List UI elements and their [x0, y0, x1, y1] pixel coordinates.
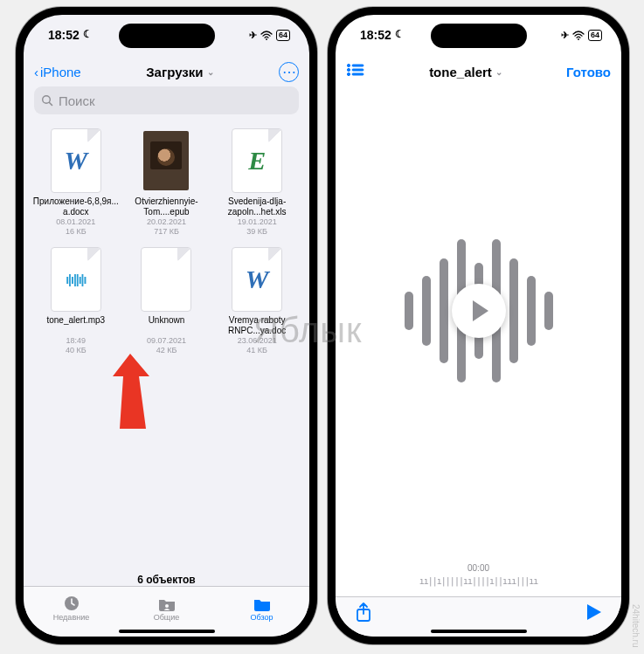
- playback-time: 00:00: [353, 563, 604, 573]
- wifi-icon: [260, 31, 273, 40]
- search-icon: [41, 94, 53, 107]
- battery-icon: 64: [588, 30, 602, 41]
- svg-point-7: [347, 64, 350, 66]
- search-input[interactable]: Поиск: [34, 86, 299, 114]
- file-date: 23.06.2021: [238, 336, 277, 346]
- svg-rect-8: [352, 65, 364, 66]
- svg-marker-23: [587, 604, 601, 620]
- back-button[interactable]: ‹ iPhone: [34, 65, 81, 79]
- tab-recent[interactable]: Недавние: [24, 587, 119, 630]
- svg-point-6: [578, 38, 579, 40]
- shared-folder-icon: [157, 595, 177, 612]
- svg-point-0: [266, 38, 267, 40]
- tab-shared[interactable]: Общие: [119, 587, 214, 630]
- share-button[interactable]: [355, 602, 372, 626]
- file-thumbnail: W: [232, 247, 282, 312]
- tab-recent-label: Недавние: [53, 613, 89, 622]
- home-indicator[interactable]: [119, 630, 215, 633]
- file-size: 16 КБ: [66, 227, 87, 237]
- file-title-text: tone_alert: [429, 65, 492, 79]
- file-thumbnail: W: [51, 128, 101, 193]
- dnd-moon-icon: ☾: [83, 28, 93, 40]
- tab-shared-label: Общие: [154, 613, 180, 622]
- file-item[interactable]: Otvierzhiennyie-Tom....epub20.02.2021717…: [123, 128, 211, 237]
- file-date: 08.01.2021: [56, 217, 95, 227]
- timeline-scrubber[interactable]: 00:00 ıı||ı|||||ıı||||ı||ııı|||ıı: [353, 563, 604, 586]
- dnd-moon-icon: ☾: [395, 28, 405, 40]
- file-name: Svedenija-dlja-zapoln...het.xls: [213, 196, 301, 217]
- file-name: Otvierzhiennyie-Tom....epub: [123, 196, 211, 217]
- item-count-label: 6 объектов: [24, 574, 309, 586]
- home-indicator[interactable]: [431, 630, 527, 633]
- file-size: 42 КБ: [156, 346, 177, 355]
- file-thumbnail: ı|ı||ı|ı: [51, 247, 101, 312]
- bottom-play-button[interactable]: [586, 603, 602, 624]
- svg-rect-10: [352, 69, 364, 71]
- svg-point-5: [165, 604, 169, 608]
- phone-files-app: 18:52 ☾ ✈ 64 ‹ iPhone Загрузки ⌄: [16, 7, 317, 644]
- book-cover-icon: [143, 131, 189, 190]
- file-name: Приложение-6,8,9я...a.docx: [32, 196, 120, 217]
- audio-preview-area: 00:00 ıı||ı|||||ıı||||ı||ııı|||ıı: [336, 86, 621, 596]
- file-title[interactable]: tone_alert ⌄: [429, 65, 502, 79]
- phone-audio-preview: 18:52 ☾ ✈ 64 tone_alert ⌄ Готово: [328, 7, 629, 644]
- file-item[interactable]: WПриложение-6,8,9я...a.docx08.01.202116 …: [32, 128, 120, 237]
- annotation-arrow-icon: [106, 354, 158, 432]
- chevron-down-icon: ⌄: [495, 67, 502, 77]
- play-icon: [473, 300, 488, 321]
- file-thumbnail: [141, 247, 191, 312]
- watermark-side: 24hitech.ru: [631, 604, 641, 647]
- dynamic-island: [431, 24, 527, 48]
- folder-title[interactable]: Загрузки ⌄: [146, 65, 213, 79]
- more-options-button[interactable]: ⋯: [279, 62, 299, 82]
- file-thumbnail: [141, 128, 191, 193]
- file-date: 09.07.2021: [147, 336, 186, 346]
- back-label: iPhone: [40, 65, 81, 79]
- svg-rect-12: [352, 73, 364, 75]
- tab-browse[interactable]: Обзор: [214, 587, 309, 630]
- tab-browse-label: Обзор: [251, 613, 274, 622]
- word-file-icon: W: [64, 146, 87, 176]
- clock-icon: [63, 595, 80, 612]
- file-grid: WПриложение-6,8,9я...a.docx08.01.202116 …: [24, 121, 309, 355]
- excel-file-icon: E: [248, 146, 266, 176]
- file-size: 717 КБ: [154, 227, 179, 237]
- play-button[interactable]: [452, 284, 506, 338]
- list-button[interactable]: [346, 63, 365, 80]
- svg-point-9: [347, 68, 350, 71]
- status-time: 18:52: [360, 28, 391, 42]
- file-item[interactable]: Unknown09.07.202142 КБ: [123, 247, 211, 355]
- dynamic-island: [119, 24, 215, 48]
- file-item[interactable]: WVremya raboty RNPC...ya.doc23.06.202141…: [213, 247, 301, 355]
- file-thumbnail: E: [232, 128, 282, 193]
- airplane-icon: ✈: [249, 30, 257, 41]
- file-date: 19.01.2021: [238, 217, 277, 227]
- status-time: 18:52: [48, 28, 80, 42]
- file-name: Vremya raboty RNPC...ya.doc: [213, 315, 301, 336]
- file-item[interactable]: ı|ı||ı|ıtone_alert.mp318:4940 КБ: [32, 247, 120, 355]
- file-date: 18:49: [66, 336, 87, 346]
- file-size: 41 КБ: [246, 346, 267, 355]
- svg-marker-3: [113, 354, 149, 429]
- file-name: Unknown: [149, 315, 185, 336]
- battery-icon: 64: [276, 30, 290, 41]
- mini-waveform: ıı||ı|||||ıı||||ı||ııı|||ıı: [353, 576, 604, 586]
- chevron-left-icon: ‹: [34, 65, 38, 79]
- folder-icon: [253, 595, 272, 612]
- word-file-icon: W: [246, 265, 269, 294]
- airplane-icon: ✈: [561, 30, 569, 41]
- svg-point-11: [347, 72, 350, 75]
- file-name: tone_alert.mp3: [46, 315, 105, 336]
- search-placeholder: Поиск: [59, 93, 95, 108]
- file-item[interactable]: ESvedenija-dlja-zapoln...het.xls19.01.20…: [213, 128, 301, 237]
- file-size: 40 КБ: [66, 346, 87, 355]
- done-button[interactable]: Готово: [566, 65, 611, 79]
- audio-file-icon: ı|ı||ı|ı: [66, 272, 86, 286]
- chevron-down-icon: ⌄: [207, 67, 214, 77]
- file-size: 39 КБ: [246, 227, 267, 237]
- svg-line-2: [50, 103, 52, 106]
- folder-title-text: Загрузки: [146, 65, 203, 79]
- wifi-icon: [572, 31, 585, 40]
- file-date: 20.02.2021: [147, 217, 186, 227]
